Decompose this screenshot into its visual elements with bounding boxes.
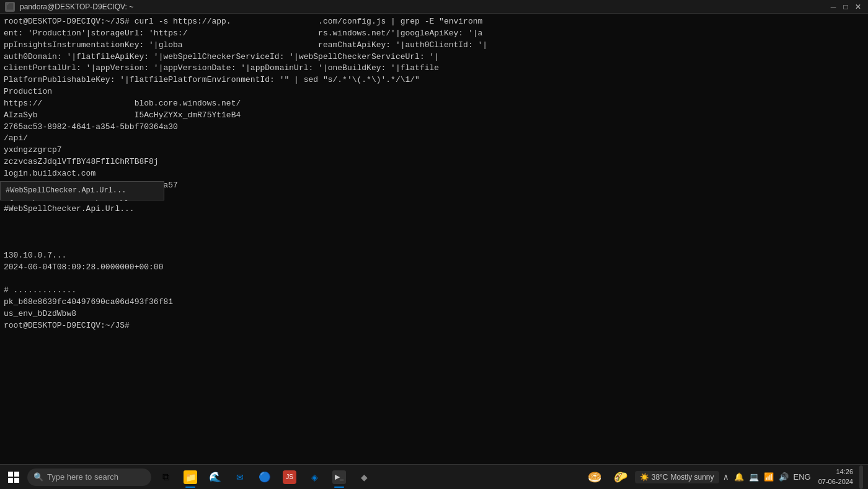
- terminal-active-indicator: [334, 487, 344, 488]
- mail-icon: ✉: [233, 470, 247, 484]
- start-button[interactable]: [0, 465, 27, 490]
- taskbar: 🔍 Type here to search ⧉ 📁 🌊 ✉ 🔵 JS ◈ ▶_: [0, 464, 868, 489]
- taskbar-chrome[interactable]: 🔵: [253, 465, 277, 489]
- terminal-line: 2024-06-04T08:09:28.0000000+00:00: [4, 262, 864, 274]
- clock-time: 14:26: [818, 467, 853, 477]
- terminal-line: AIzaSyb I5AcHyZYXx_dmR75Yt1eB4: [4, 110, 864, 122]
- terminal-line: 2765ac53-8982-4641-a354-5bbf70364a30: [4, 122, 864, 133]
- app6-icon: JS: [283, 470, 296, 484]
- clock-widget[interactable]: 14:26 07-06-2024: [815, 467, 857, 487]
- title-bar-left: ⬛ pandora@DESKTOP-D9ECIQV: ~: [5, 2, 133, 12]
- tooltip-text: #WebSpellChecker.Api.Url...: [6, 186, 126, 195]
- edge-icon: 🌊: [208, 470, 222, 484]
- file-explorer-icon: 📁: [184, 470, 197, 484]
- title-bar-text: pandora@DESKTOP-D9ECIQV: ~: [20, 2, 133, 11]
- terminal-line: [4, 227, 864, 238]
- terminal-line: Production: [4, 86, 864, 98]
- maximize-button[interactable]: □: [841, 2, 851, 12]
- taskbar-app7[interactable]: ◈: [303, 465, 326, 489]
- terminal-line: yxdngzzgrcp7: [4, 145, 864, 156]
- terminal-line: [4, 274, 864, 285]
- taskbar-emoji2[interactable]: 🌮: [609, 465, 632, 489]
- taskbar-terminal[interactable]: ▶_: [327, 465, 351, 489]
- taskbar-right-area: 🥯 🌮 ☀️ 38°C Mostly sunny ∧ 🔔 💻 📶 🔊 ENG 1…: [583, 465, 868, 489]
- taskbar-search-bar[interactable]: 🔍 Type here to search: [27, 469, 151, 486]
- terminal-line: us_env_bDzdWbw8: [4, 308, 864, 320]
- app-active-indicator: [185, 487, 195, 488]
- terminal-line: ppInsightsInstrumentationKey: '|globa re…: [4, 40, 864, 52]
- taskbar-edge[interactable]: 🌊: [203, 465, 227, 489]
- title-bar: ⬛ pandora@DESKTOP-D9ECIQV: ~ ─ □ ✕: [0, 0, 868, 14]
- weather-widget[interactable]: ☀️ 38°C Mostly sunny: [635, 471, 719, 483]
- system-tray-icons: ∧ 🔔 💻 📶 🔊 ENG: [722, 471, 812, 483]
- minimize-button[interactable]: ─: [828, 2, 838, 12]
- terminal-line: [4, 215, 864, 227]
- terminal-line: clientPortalUrl: '|appVersion: '|appVers…: [4, 63, 864, 74]
- taskbar-emoji1[interactable]: 🥯: [583, 465, 606, 489]
- search-icon: 🔍: [33, 472, 43, 482]
- show-desktop-button[interactable]: [859, 465, 863, 489]
- app7-icon: ◈: [308, 470, 321, 484]
- terminal-output: root@DESKTOP-D9ECIQV:~/JS# curl -s https…: [4, 16, 864, 332]
- weather-desc: Mostly sunny: [671, 473, 714, 482]
- taskbar-app8[interactable]: ◆: [352, 465, 376, 489]
- close-button[interactable]: ✕: [853, 2, 863, 12]
- clock-date: 07-06-2024: [818, 477, 853, 487]
- tray-expand-icon[interactable]: ∧: [722, 471, 730, 483]
- terminal-icon: ⬛: [5, 2, 15, 12]
- tray-display-icon[interactable]: 💻: [748, 471, 760, 483]
- task-view-icon: ⧉: [159, 470, 172, 484]
- weather-temp: 38°C: [652, 473, 668, 482]
- autocomplete-tooltip: #WebSpellChecker.Api.Url...: [0, 181, 164, 200]
- windows-icon: [8, 472, 19, 483]
- weather-icon: ☀️: [640, 473, 649, 482]
- taskbar-app6[interactable]: JS: [278, 465, 301, 489]
- terminal-line: pk_b68e8639fc40497690ca06d493f36f81: [4, 297, 864, 308]
- terminal-line: /api/: [4, 133, 864, 145]
- search-placeholder-text: Type here to search: [47, 472, 118, 482]
- title-bar-controls: ─ □ ✕: [828, 2, 863, 12]
- terminal-line: auth0Domain: '|flatfileApiKey: '|webSpel…: [4, 52, 864, 63]
- taskbar-file-explorer[interactable]: 📁: [179, 465, 202, 489]
- taskbar-apps-area: ⧉ 📁 🌊 ✉ 🔵 JS ◈ ▶_ ◆: [154, 465, 583, 489]
- terminal-line: login.buildxact.com: [4, 168, 864, 180]
- tray-volume-icon[interactable]: 🔊: [777, 471, 790, 483]
- food-icon1: 🥯: [588, 470, 601, 484]
- tray-notification-icon[interactable]: 🔔: [733, 471, 745, 483]
- terminal-line: zczvcasZJdqlVTfBY48FfIlChRTB8F8j: [4, 156, 864, 168]
- terminal-line: 130.10.0.7...: [4, 250, 864, 262]
- tray-network-icon[interactable]: 📶: [763, 471, 775, 483]
- food-icon2: 🌮: [614, 470, 627, 484]
- tray-lang-icon[interactable]: ENG: [792, 471, 812, 483]
- terminal-line: ent: 'Production'|storageUrl: 'https:/ r…: [4, 28, 864, 40]
- terminal-line: https:// blob.core.windows.net/: [4, 98, 864, 110]
- terminal-line: #WebSpellChecker.Api.Url...: [4, 204, 864, 215]
- terminal-window[interactable]: root@DESKTOP-D9ECIQV:~/JS# curl -s https…: [0, 14, 868, 464]
- taskbar-mail[interactable]: ✉: [228, 465, 252, 489]
- terminal-line: PlatformPublishableKey: '|flatfilePlatfo…: [4, 74, 864, 86]
- terminal-line: [4, 238, 864, 250]
- chrome-icon: 🔵: [258, 470, 272, 484]
- terminal-taskbar-icon: ▶_: [332, 470, 346, 484]
- taskbar-task-view[interactable]: ⧉: [154, 465, 177, 489]
- terminal-line: root@DESKTOP-D9ECIQV:~/JS#: [4, 320, 864, 332]
- terminal-line: # .............: [4, 285, 864, 297]
- terminal-line: root@DESKTOP-D9ECIQV:~/JS# curl -s https…: [4, 16, 864, 28]
- app8-icon: ◆: [357, 470, 371, 484]
